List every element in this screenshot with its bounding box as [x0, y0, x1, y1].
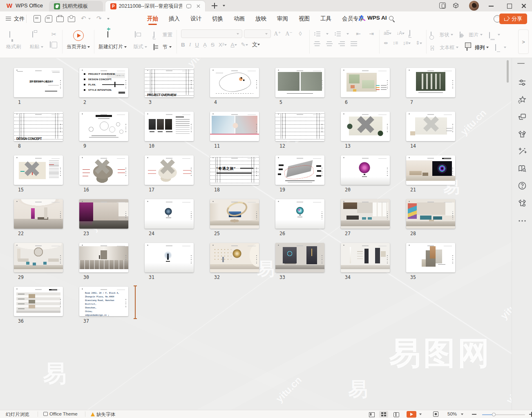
vertical-text-icon[interactable]: ↓A — [396, 30, 405, 36]
zoom-level[interactable]: 50% — [447, 411, 457, 416]
bullet-list-icon[interactable] — [314, 31, 320, 36]
highlight-icon[interactable]: ✎ — [241, 41, 248, 48]
quickbar-chevron-icon[interactable] — [107, 18, 110, 20]
multi-device-icon[interactable] — [439, 2, 446, 9]
slide-thumbnail[interactable] — [145, 112, 194, 141]
menu-tab[interactable]: 审阅 — [277, 12, 288, 26]
slide-thumbnail[interactable] — [79, 243, 128, 272]
cut-icon[interactable]: ✂ — [50, 30, 58, 38]
more-tools-icon[interactable] — [517, 216, 527, 226]
superscript-icon[interactable]: X² — [219, 42, 227, 48]
slide-thumbnail[interactable]: 深圳·誉府营销中心概念设计 — [14, 68, 63, 97]
search-icon[interactable] — [389, 16, 393, 20]
slide-thumbnail[interactable] — [341, 68, 390, 97]
font-color-icon[interactable]: A — [231, 42, 237, 48]
slide-thumbnail[interactable] — [145, 243, 194, 272]
slide-thumbnail[interactable] — [341, 243, 390, 272]
picture-button[interactable]: 图片 — [460, 30, 483, 39]
menu-tab[interactable]: 设计 — [190, 12, 201, 26]
zoom-out-button[interactable] — [472, 414, 476, 415]
slide-thumbnail[interactable] — [210, 68, 259, 97]
slide-switch-icon[interactable] — [517, 112, 527, 122]
new-tab-button[interactable] — [211, 2, 218, 9]
sidebar-collapse-handle[interactable] — [517, 63, 525, 64]
slide-thumbnail[interactable] — [14, 199, 63, 229]
slide-thumbnail[interactable] — [275, 112, 324, 141]
slide-thumbnail[interactable] — [79, 155, 128, 185]
align-right-icon[interactable] — [338, 41, 345, 46]
char-spacing-icon[interactable]: A̤ — [203, 42, 207, 48]
copy-icon[interactable] — [50, 41, 51, 48]
undo-icon[interactable]: ↶ — [81, 15, 86, 22]
comment-bubble-icon[interactable] — [186, 4, 192, 8]
underline-icon[interactable]: U — [195, 42, 199, 48]
content-scrollbar-thumb[interactable] — [507, 60, 509, 83]
para-spacing-icon[interactable]: ↨≡ — [403, 40, 411, 46]
theme-indicator[interactable]: Office Theme — [43, 411, 78, 416]
slide-thumbnail[interactable] — [79, 199, 128, 229]
layout-button[interactable]: 版式 — [131, 29, 150, 50]
zoom-slider-thumb[interactable] — [492, 413, 496, 416]
decrease-indent-icon[interactable]: ⇤ — [355, 30, 362, 37]
decrease-font-icon[interactable]: A⁻ — [284, 30, 294, 37]
fill-button[interactable] — [489, 30, 500, 39]
print-icon[interactable] — [56, 16, 64, 22]
font-family-select[interactable] — [181, 29, 242, 38]
slideshow-button[interactable] — [407, 411, 416, 418]
increase-indent-icon[interactable]: ⇥ — [368, 30, 375, 37]
justify-icon[interactable] — [351, 41, 357, 46]
ribbon-expand-button[interactable]: > — [518, 29, 529, 54]
line-spacing-icon[interactable]: ↕≡ — [393, 40, 398, 46]
normal-view-button[interactable] — [367, 411, 376, 418]
save-icon[interactable] — [34, 15, 41, 22]
redo-icon[interactable]: ↷ — [96, 15, 102, 22]
slide-thumbnail[interactable] — [341, 199, 390, 229]
slide-thumbnail[interactable] — [145, 155, 194, 185]
menu-tab[interactable]: 插入 — [169, 12, 180, 26]
menu-tab[interactable]: 切换 — [212, 12, 223, 26]
strikethrough-icon[interactable]: S — [211, 42, 215, 48]
play-from-current-button[interactable]: 当页开始 — [67, 29, 90, 50]
fit-to-window-icon[interactable] — [433, 411, 438, 417]
resource-search-icon[interactable] — [517, 164, 527, 173]
tab-document[interactable]: P 20211008--深圳--誉府项目营 — [105, 1, 205, 11]
font-size-select[interactable] — [244, 29, 271, 38]
align-objects-icon[interactable]: ⇕ — [416, 40, 422, 46]
slide-thumbnail[interactable]: PROJECT OVERVIEW — [145, 68, 194, 97]
slide-thumbnail[interactable] — [79, 112, 128, 141]
phonetic-guide-icon[interactable]: 文 — [252, 41, 260, 48]
slide-thumbnail[interactable] — [406, 243, 455, 272]
maximize-button[interactable] — [501, 0, 517, 11]
slide-thumbnail[interactable] — [14, 243, 63, 272]
arrange-button[interactable]: 排列 — [465, 43, 489, 52]
bold-icon[interactable]: B — [181, 42, 185, 48]
slide-thumbnail[interactable] — [341, 112, 390, 141]
align-center-icon[interactable] — [326, 41, 333, 46]
slide-thumbnail[interactable] — [14, 287, 63, 316]
format-painter-button[interactable]: 格式刷 — [4, 29, 23, 50]
zoom-in-button[interactable] — [529, 412, 532, 417]
menu-tab[interactable]: 放映 — [255, 12, 266, 26]
section-button[interactable]: 节 — [154, 43, 172, 52]
menu-tab[interactable]: 开始 — [147, 12, 158, 26]
help-icon[interactable] — [517, 181, 527, 191]
magic-wand-icon[interactable] — [517, 146, 527, 156]
menu-tab[interactable]: 工具 — [320, 12, 331, 26]
slide-thumbnail[interactable] — [275, 199, 324, 229]
align-left-icon[interactable] — [314, 41, 320, 46]
file-menu-button[interactable]: 文件 — [14, 15, 25, 22]
theme-settings-icon[interactable] — [517, 198, 527, 208]
slide-thumbnail[interactable]: PROJECT OVERVIEW. DESIGN CONCEPT. PLAN. … — [79, 68, 128, 97]
slide-thumbnail[interactable] — [210, 243, 259, 272]
text-direction-icon[interactable]: ab̅ — [384, 30, 391, 36]
wps-ai-button[interactable]: WPS AI — [359, 15, 387, 21]
slide-thumbnail[interactable] — [275, 243, 324, 272]
skin-leaf-icon[interactable] — [517, 129, 527, 139]
close-tab-icon[interactable] — [196, 4, 200, 8]
app-center-icon[interactable] — [453, 2, 459, 9]
slideshow-chevron-icon[interactable] — [419, 414, 422, 415]
slide-thumbnail[interactable] — [210, 112, 259, 141]
app-brand[interactable]: W WPS Office — [6, 2, 43, 9]
slide-thumbnail[interactable]: DESIGN CONCEPT — [14, 112, 63, 141]
new-slide-button[interactable]: 新建幻灯片 — [98, 29, 127, 50]
